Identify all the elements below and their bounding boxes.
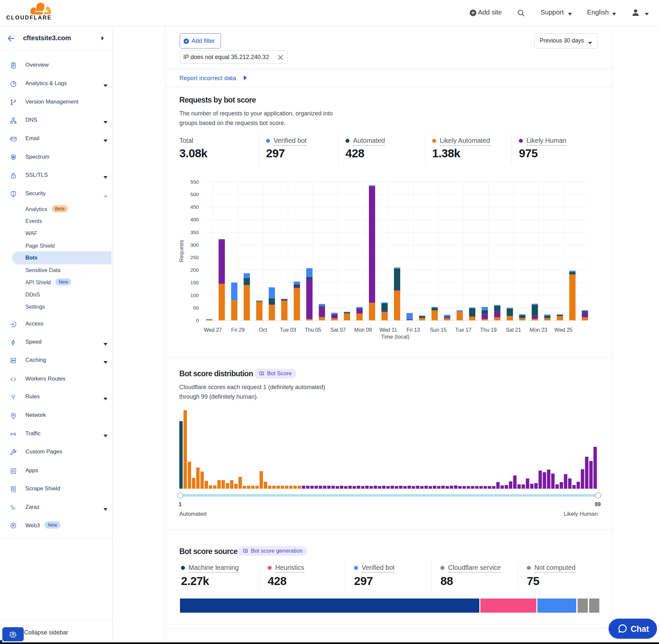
svg-text:Tue 03: Tue 03 [280,327,296,333]
svg-text:350: 350 [190,230,199,235]
svg-text:400: 400 [190,217,199,222]
svg-text:Wed 27: Wed 27 [204,327,222,333]
svg-text:Sat 07: Sat 07 [330,327,346,333]
svg-text:500: 500 [190,191,199,197]
svg-text:0: 0 [196,318,199,323]
svg-text:Fri 13: Fri 13 [406,327,420,333]
svg-text:Sun 15: Sun 15 [430,327,447,333]
svg-text:Tue 17: Tue 17 [455,327,471,333]
svg-text:Thu 05: Thu 05 [305,327,322,333]
svg-text:Wed 25: Wed 25 [555,327,573,333]
svg-text:Time (local): Time (local) [381,334,409,340]
svg-text:450: 450 [190,204,199,210]
svg-text:Wed 11: Wed 11 [379,327,397,333]
svg-text:250: 250 [190,255,199,260]
svg-text:300: 300 [190,242,199,248]
svg-text:550: 550 [190,179,199,185]
svg-text:Fri 29: Fri 29 [231,327,244,333]
svg-text:Requests: Requests [179,240,184,262]
svg-text:150: 150 [190,280,199,285]
svg-text:Mon 23: Mon 23 [530,327,547,333]
svg-text:100: 100 [190,293,199,298]
svg-text:Oct: Oct [259,327,267,333]
svg-text:Mon 09: Mon 09 [354,327,372,333]
svg-text:Sat 21: Sat 21 [506,327,521,333]
svg-text:50: 50 [193,305,199,310]
svg-text:200: 200 [190,267,199,273]
svg-text:Thu 19: Thu 19 [480,327,496,333]
